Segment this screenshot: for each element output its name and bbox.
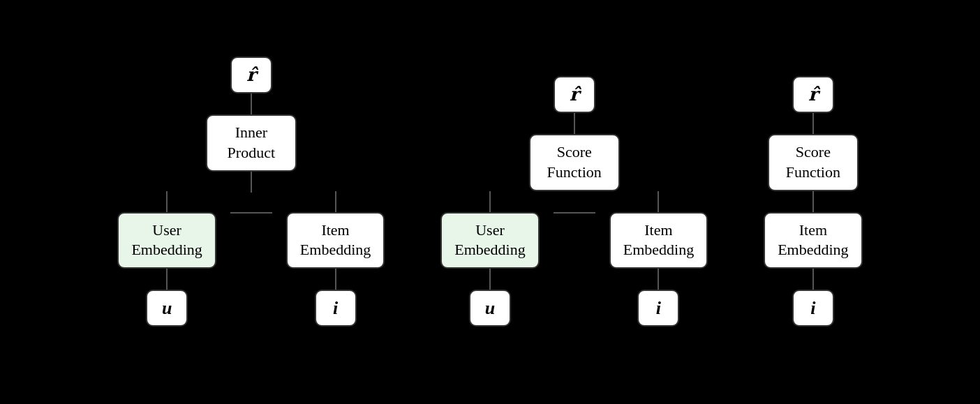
diagram-2: r̂ ScoreFunction UserEmbedding u ItemEmb… (440, 76, 708, 327)
item-var-1: i (315, 290, 357, 327)
connector-1a (251, 93, 252, 114)
user-var-1: u (146, 290, 188, 327)
score-box-3: ScoreFunction (768, 134, 859, 190)
connector-3b (812, 191, 814, 212)
r-hat-1: r̂ (230, 57, 272, 94)
item-var-3: i (792, 290, 834, 327)
connector-3a (812, 113, 814, 134)
r-hat-2: r̂ (554, 76, 595, 114)
diagram-1: r̂ InnerProduct UserEmbedding (117, 57, 385, 327)
diagram-3: r̂ ScoreFunction ItemEmbedding i (764, 76, 862, 327)
score-box-1: InnerProduct (206, 114, 297, 171)
item-embed-2: ItemEmbedding (609, 212, 708, 269)
score-box-2: ScoreFunction (529, 134, 620, 190)
diagram-container: r̂ InnerProduct UserEmbedding (117, 57, 862, 348)
r-hat-3: r̂ (792, 76, 834, 114)
user-embed-2: UserEmbedding (440, 212, 539, 269)
connector-3c (812, 269, 814, 290)
connector-2a (574, 113, 575, 134)
item-embed-3: ItemEmbedding (764, 212, 862, 269)
item-var-2: i (637, 290, 679, 327)
user-var-2: u (469, 290, 511, 327)
user-embed-1: UserEmbedding (117, 212, 216, 269)
item-embed-1: ItemEmbedding (286, 212, 385, 269)
